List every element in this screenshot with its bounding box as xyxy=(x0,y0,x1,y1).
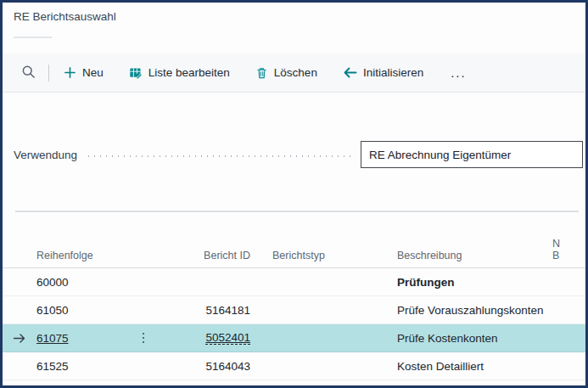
column-header-bericht-id[interactable]: Bericht ID xyxy=(151,250,257,261)
toolbar-divider xyxy=(48,65,49,82)
cell-reihenfolge[interactable]: 60000 xyxy=(36,276,151,289)
cell-reihenfolge[interactable]: 61075 xyxy=(36,331,151,346)
more-options-button[interactable]: ... xyxy=(451,69,467,77)
verwendung-label: Verwendung xyxy=(14,149,77,161)
search-icon xyxy=(21,65,36,82)
verwendung-input[interactable] xyxy=(361,141,583,168)
cell-bericht-id[interactable]: 5052401 xyxy=(151,331,257,345)
cell-beschreibung[interactable]: Prüfe Vorauszahlungskonten xyxy=(367,304,546,317)
cell-reihenfolge[interactable]: 61525 xyxy=(36,360,151,373)
arrow-left-icon xyxy=(343,66,357,79)
column-header-berichtstyp[interactable]: Berichtstyp xyxy=(257,250,367,261)
dotted-leader xyxy=(86,155,352,160)
verwendung-field-row: Verwendung xyxy=(14,140,583,169)
cell-reihenfolge[interactable]: 61050 xyxy=(36,304,151,317)
plus-icon xyxy=(64,66,76,79)
edit-list-icon xyxy=(129,66,143,80)
column-header-beschreibung[interactable]: Beschreibung xyxy=(367,250,546,261)
column-header-clipped[interactable]: N B xyxy=(546,238,585,261)
row-kebab-menu-icon[interactable] xyxy=(139,331,148,346)
initialize-button-label: Initialisieren xyxy=(363,66,423,79)
search-button[interactable] xyxy=(21,65,36,82)
new-button[interactable]: Neu xyxy=(64,66,104,79)
cell-beschreibung[interactable]: Kosten Detailliert xyxy=(367,360,546,373)
delete-button[interactable]: Löschen xyxy=(255,66,317,80)
current-row-arrow-icon xyxy=(3,333,36,344)
edit-list-button[interactable]: Liste bearbeiten xyxy=(129,66,230,80)
title-underline xyxy=(14,37,52,38)
page-title: RE Berichtsauswahl xyxy=(14,10,116,23)
new-button-label: Neu xyxy=(82,66,104,79)
cell-beschreibung[interactable]: Prüfe Kostenkonten xyxy=(367,332,546,345)
cell-beschreibung[interactable]: Prüfungen xyxy=(367,276,546,289)
delete-button-label: Löschen xyxy=(274,66,317,79)
table-row[interactable]: 61050 5164181 Prüfe Vorauszahlungskonten xyxy=(3,296,585,324)
table-row-selected[interactable]: 61075 5052401 Prüfe Kostenkonten xyxy=(3,324,585,352)
trash-icon xyxy=(255,66,268,80)
report-selection-table: Reihenfolge Bericht ID Berichtstyp Besch… xyxy=(3,225,585,385)
table-row[interactable]: 60000 Prüfungen xyxy=(3,268,585,296)
section-divider xyxy=(15,211,579,212)
window-re-berichtsauswahl: RE Berichtsauswahl Neu Liste bearbeite xyxy=(0,0,588,388)
table-row[interactable]: 61525 5164043 Kosten Detailliert xyxy=(3,352,585,380)
edit-list-button-label: Liste bearbeiten xyxy=(148,66,230,79)
initialize-button[interactable]: Initialisieren xyxy=(343,66,423,79)
column-header-reihenfolge[interactable]: Reihenfolge xyxy=(36,250,151,261)
table-header-row: Reihenfolge Bericht ID Berichtstyp Besch… xyxy=(3,225,585,268)
cell-bericht-id[interactable]: 5164181 xyxy=(151,304,257,317)
cell-bericht-id[interactable]: 5164043 xyxy=(151,360,257,373)
action-toolbar: Neu Liste bearbeiten Löschen Initialis xyxy=(3,53,585,93)
